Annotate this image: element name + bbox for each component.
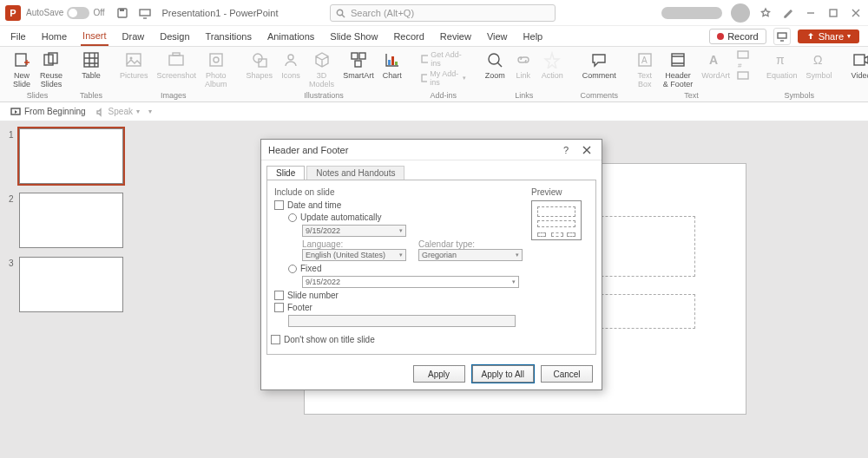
slide-thumb-1[interactable] [19,128,123,184]
app-icon: P [5,5,21,21]
tab-help[interactable]: Help [522,28,545,45]
tab-record[interactable]: Record [391,28,425,45]
my-addins-button[interactable]: My Add-ins▾ [421,69,466,87]
save-icon[interactable] [112,3,133,23]
tab-slideshow[interactable]: Slide Show [328,28,379,45]
update-auto-radio[interactable] [288,213,297,222]
video-button[interactable]: Video [848,49,868,82]
tab-animations[interactable]: Animations [266,28,316,45]
new-slide-button[interactable]: New Slide [9,49,35,90]
group-illustrations: Shapes Icons 3D Models SmartArt Chart Il… [240,47,409,101]
calendar-dropdown[interactable]: Gregorian [418,249,523,261]
share-button[interactable]: Share▾ [798,29,859,43]
tab-review[interactable]: Review [438,28,473,45]
get-addins-button[interactable]: Get Add-ins [421,50,466,68]
header-footer-button[interactable]: Header & Footer [660,49,697,90]
coming-soon-icon[interactable] [759,6,773,20]
tab-insert[interactable]: Insert [81,27,108,46]
svg-rect-6 [16,54,26,66]
slide-number-icon[interactable]: # [737,61,749,69]
svg-point-16 [253,54,262,62]
tab-transitions[interactable]: Transitions [204,28,253,45]
dialog-close-button[interactable] [579,142,595,158]
wordart-button[interactable]: AWordArt [698,49,733,82]
svg-rect-9 [84,53,98,67]
autosave-toggle[interactable]: AutoSave Off [26,7,105,19]
fixed-date-input[interactable]: 9/15/2022 [302,276,519,288]
minimize-button[interactable] [804,6,818,20]
group-images: Pictures Screenshot Photo Album Images [113,47,234,101]
preview-label: Preview [531,187,589,197]
wordart-label: WordArt [701,71,730,80]
maximize-button[interactable] [826,6,840,20]
reuse-slides-button[interactable]: Reuse Slides [36,49,66,90]
dialog-titlebar: Header and Footer ? [261,140,602,160]
tab-view[interactable]: View [485,28,510,45]
footer-checkbox[interactable] [274,303,284,312]
tab-file[interactable]: File [9,28,28,45]
chart-button[interactable]: Chart [379,49,405,82]
user-name-pill[interactable] [661,7,722,19]
pen-icon[interactable] [781,6,795,20]
cancel-button[interactable]: Cancel [541,365,593,383]
dialog-help-button[interactable]: ? [558,142,574,158]
action-button[interactable]: Action [538,49,567,82]
svg-rect-34 [738,72,748,79]
qat-presentation-icon[interactable] [135,3,155,23]
dialog-tab-notes[interactable]: Notes and Handouts [306,166,404,180]
link-button[interactable]: Link [510,49,536,82]
search-icon [336,9,345,18]
equation-button[interactable]: πEquation [763,49,801,82]
tab-home[interactable]: Home [40,28,69,45]
photo-album-button[interactable]: Photo Album [201,49,231,90]
dialog-tab-slide[interactable]: Slide [266,166,305,180]
slide-thumb-2[interactable] [19,193,123,248]
slide-thumb-3[interactable] [19,257,123,312]
user-avatar[interactable] [731,3,750,23]
record-dot-icon [717,33,724,40]
zoom-button[interactable]: Zoom [482,49,509,82]
shapes-button[interactable]: Shapes [243,49,277,82]
close-button[interactable] [849,6,863,20]
date-time-icon[interactable] [737,50,749,59]
present-icon[interactable] [773,28,791,45]
comment-button[interactable]: Comment [579,49,620,82]
object-icon[interactable] [737,71,749,80]
fixed-radio[interactable] [288,265,297,273]
search-input[interactable]: Search (Alt+Q) [330,4,556,22]
group-label-tables: Tables [75,91,108,100]
pictures-button[interactable]: Pictures [116,49,152,82]
update-auto-label: Update automatically [300,213,381,222]
apply-to-all-button[interactable]: Apply to All [472,365,534,383]
date-time-checkbox[interactable] [274,200,284,210]
group-label-illus: Illustrations [240,91,409,100]
language-dropdown[interactable]: English (United States) [302,249,406,261]
tab-design[interactable]: Design [158,28,191,45]
secbar-overflow[interactable]: ▾ [148,108,152,115]
text-box-button[interactable]: AText Box [632,49,658,90]
apply-button[interactable]: Apply [413,365,465,383]
tab-draw[interactable]: Draw [121,28,147,45]
from-beginning-button[interactable]: From Beginning [10,107,86,117]
screenshot-button[interactable]: Screenshot [154,49,201,82]
from-beginning-label: From Beginning [24,107,86,116]
icons-label: Icons [281,71,300,80]
calendar-label: Calendar type: [418,239,523,249]
pictures-label: Pictures [120,71,148,80]
record-button[interactable]: Record [709,29,766,44]
symbol-button[interactable]: ΩSymbol [803,49,836,82]
dialog-title: Header and Footer [268,145,348,155]
dont-show-checkbox[interactable] [271,335,280,344]
smartart-label: SmartArt [343,71,374,80]
footer-text-input[interactable] [288,315,516,327]
speak-button[interactable]: Speak ▾ [95,107,140,117]
icons-button[interactable]: Icons [278,49,304,82]
3d-models-button[interactable]: 3D Models [306,49,338,90]
table-button[interactable]: Table [78,49,104,82]
date-format-dropdown[interactable]: 9/15/2022 [302,225,406,237]
svg-point-18 [288,55,293,60]
svg-text:A: A [709,53,718,67]
table-label: Table [82,71,101,80]
smartart-button[interactable]: SmartArt [339,49,378,82]
slide-number-checkbox[interactable] [274,291,284,300]
